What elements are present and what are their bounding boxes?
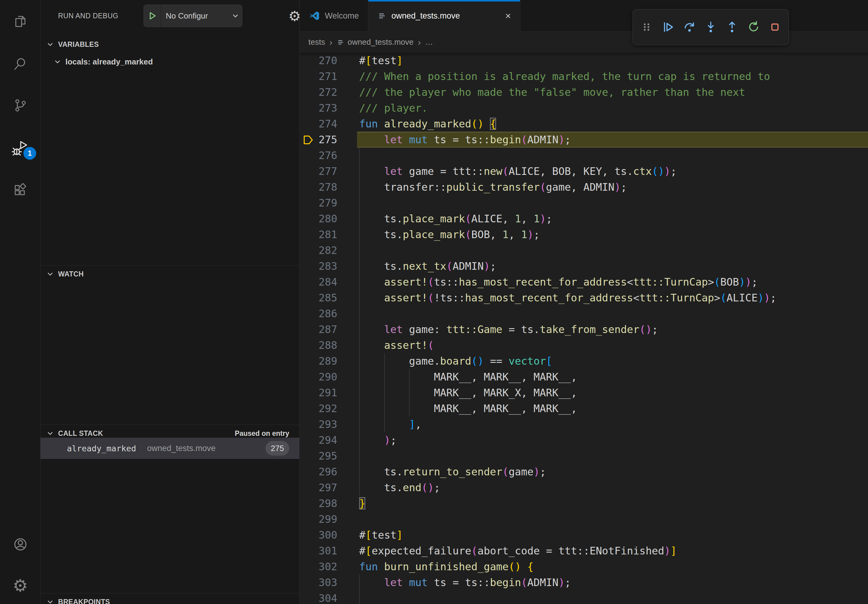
gutter[interactable]: 282 [300, 242, 357, 258]
code-line[interactable]: 281 ts.place_mark(BOB, 1, 1); [300, 226, 868, 242]
gutter[interactable]: 296 [300, 464, 357, 480]
code-line[interactable]: 293 ], [300, 417, 868, 432]
gutter[interactable]: 304 [300, 590, 357, 604]
gutter[interactable]: 295 [300, 448, 357, 464]
code-line-content[interactable]: ts.next_tx(ADMIN); [357, 258, 868, 274]
code-line[interactable]: 272/// the player who made the "false" m… [300, 84, 868, 100]
call-stack-frame-row[interactable]: already_marked owned_tests.move 275 [40, 438, 299, 459]
code-line-content[interactable]: /// player. [357, 100, 868, 116]
code-line[interactable]: 291 MARK__, MARK_X, MARK__, [300, 385, 868, 401]
code-line[interactable]: 300#[test] [300, 527, 868, 543]
code-line[interactable]: 289 game.board() == vector[ [300, 353, 868, 369]
code-editor[interactable]: 270#[test]271/// When a position is alre… [300, 53, 868, 604]
gutter[interactable]: 297 [300, 480, 357, 496]
code-line-content[interactable]: #[test] [357, 53, 868, 68]
code-line-content[interactable]: ts.end(); [357, 480, 868, 496]
activity-settings[interactable]: ⚙ [0, 569, 40, 602]
code-line[interactable]: 292 MARK__, MARK__, MARK__, [300, 401, 868, 417]
code-line-content[interactable] [357, 242, 868, 258]
gutter[interactable]: 291 [300, 385, 357, 401]
code-line[interactable]: 287 let game: ttt::Game = ts.take_from_s… [300, 321, 868, 337]
code-line[interactable]: 299 [300, 511, 868, 527]
step-out-button[interactable] [723, 14, 741, 40]
step-into-button[interactable] [702, 14, 720, 40]
code-line-content[interactable] [357, 448, 868, 464]
code-line-content[interactable]: assert!(ts::has_most_recent_for_address<… [357, 274, 868, 290]
code-line[interactable]: 282 [300, 242, 868, 258]
gutter[interactable]: 279 [300, 195, 357, 211]
gutter[interactable]: 292 [300, 401, 357, 417]
code-line-content[interactable]: transfer::public_transfer(game, ADMIN); [357, 179, 868, 195]
code-line-content[interactable]: } [357, 496, 868, 511]
code-line[interactable]: 275 let mut ts = ts::begin(ADMIN); [300, 132, 868, 147]
watch-header[interactable]: WATCH [40, 265, 299, 283]
gutter[interactable]: 281 [300, 226, 357, 242]
close-icon[interactable]: × [496, 10, 511, 22]
debug-config-dropdown[interactable]: No Configur [144, 5, 242, 27]
code-line[interactable]: 270#[test] [300, 53, 868, 68]
code-line[interactable]: 290 MARK__, MARK__, MARK__, [300, 369, 868, 385]
code-line-content[interactable]: game.board() == vector[ [357, 353, 868, 369]
gutter[interactable]: 288 [300, 337, 357, 353]
stop-button[interactable] [766, 14, 784, 40]
code-line-content[interactable]: /// the player who made the "false" move… [357, 84, 868, 100]
gutter[interactable]: 286 [300, 306, 357, 321]
code-line-content[interactable]: MARK__, MARK_X, MARK__, [357, 385, 868, 401]
gutter[interactable]: 301 [300, 543, 357, 559]
code-line-content[interactable]: assert!( [357, 337, 868, 353]
code-line-content[interactable]: MARK__, MARK__, MARK__, [357, 369, 868, 385]
gutter[interactable]: 270 [300, 53, 357, 68]
code-line-content[interactable]: let game: ttt::Game = ts.take_from_sende… [357, 321, 868, 337]
code-line-content[interactable]: fun burn_unfinished_game() { [357, 559, 868, 575]
code-line-content[interactable]: ); [357, 432, 868, 448]
code-line-content[interactable]: let mut ts = ts::begin(ADMIN); [357, 575, 868, 590]
code-line[interactable]: 296 ts.return_to_sender(game); [300, 464, 868, 480]
code-line[interactable]: 297 ts.end(); [300, 480, 868, 496]
toolbar-drag-handle[interactable] [637, 14, 656, 40]
gutter[interactable]: 272 [300, 84, 357, 100]
code-line-content[interactable]: MARK__, MARK__, MARK__, [357, 401, 868, 417]
code-line[interactable]: 283 ts.next_tx(ADMIN); [300, 258, 868, 274]
code-line-content[interactable]: /// When a position is already marked, t… [357, 68, 868, 84]
gutter[interactable]: 278 [300, 179, 357, 195]
code-line-content[interactable]: ts.return_to_sender(game); [357, 464, 868, 480]
gutter[interactable]: 274 [300, 116, 357, 132]
breadcrumb-more[interactable]: … [425, 37, 433, 47]
code-line-content[interactable] [357, 306, 868, 321]
variables-header[interactable]: VARIABLES [40, 36, 299, 53]
code-line-content[interactable] [357, 195, 868, 211]
gutter[interactable]: 293 [300, 417, 357, 432]
gutter[interactable]: 303 [300, 575, 357, 590]
activity-extensions[interactable] [0, 173, 40, 207]
gutter[interactable]: 290 [300, 369, 357, 385]
code-line[interactable]: 271/// When a position is already marked… [300, 68, 868, 84]
code-line-content[interactable]: fun already_marked() { [357, 116, 868, 132]
code-line-content[interactable] [357, 590, 868, 604]
activity-run-debug[interactable]: 1 [0, 131, 40, 164]
gutter[interactable]: 300 [300, 527, 357, 543]
code-line-content[interactable]: ], [357, 417, 868, 432]
code-line-content[interactable]: #[expected_failure(abort_code = ttt::ENo… [357, 543, 868, 559]
code-line[interactable]: 303 let mut ts = ts::begin(ADMIN); [300, 575, 868, 590]
gutter[interactable]: 299 [300, 511, 357, 527]
activity-explorer[interactable] [0, 5, 40, 38]
start-debug-button[interactable] [144, 5, 161, 27]
code-line[interactable]: 276 [300, 147, 868, 163]
code-line[interactable]: 284 assert!(ts::has_most_recent_for_addr… [300, 274, 868, 290]
gutter[interactable]: 275 [300, 132, 357, 147]
variables-scope-row[interactable]: locals: already_marked [40, 53, 299, 71]
code-line[interactable]: 277 let game = ttt::new(ALICE, BOB, KEY,… [300, 163, 868, 179]
tab-owned-tests[interactable]: owned_tests.move × [368, 0, 520, 32]
code-line-content[interactable]: ts.place_mark(BOB, 1, 1); [357, 226, 868, 242]
code-line-content[interactable]: assert!(!ts::has_most_recent_for_address… [357, 290, 868, 306]
tab-welcome[interactable]: Welcome [300, 0, 368, 32]
code-line-content[interactable] [357, 511, 868, 527]
gutter[interactable]: 277 [300, 163, 357, 179]
code-line[interactable]: 302fun burn_unfinished_game() { [300, 559, 868, 575]
gutter[interactable]: 289 [300, 353, 357, 369]
gutter[interactable]: 280 [300, 211, 357, 226]
code-line[interactable]: 294 ); [300, 432, 868, 448]
restart-button[interactable] [744, 14, 763, 40]
gutter[interactable]: 283 [300, 258, 357, 274]
code-line[interactable]: 304 [300, 590, 868, 604]
